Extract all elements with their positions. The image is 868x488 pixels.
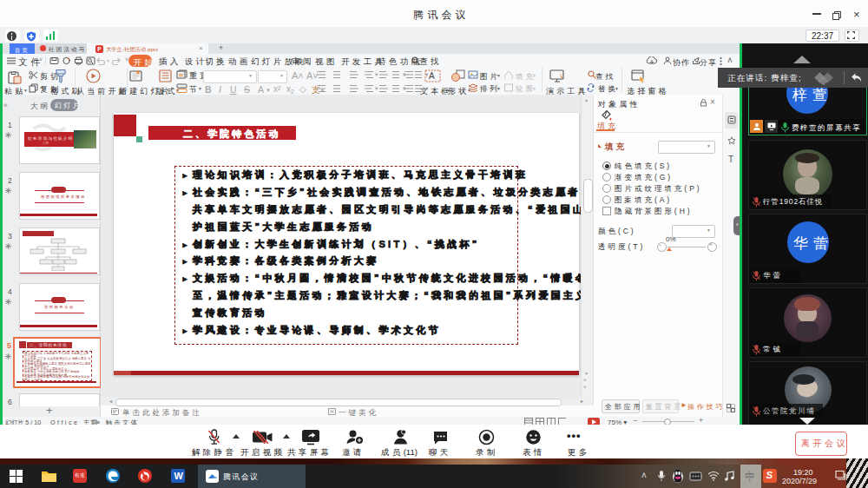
svg-text:A: A [429,71,435,81]
